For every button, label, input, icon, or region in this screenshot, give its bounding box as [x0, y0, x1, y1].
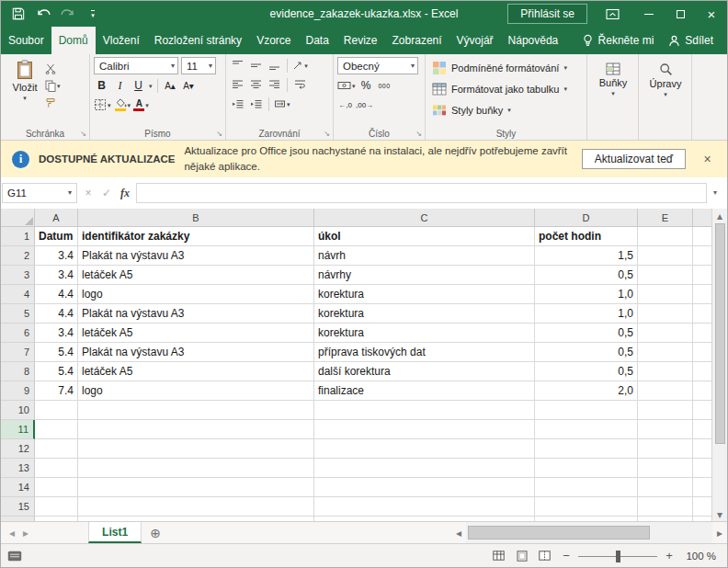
increase-decimal-button[interactable]: ←,0 — [337, 97, 353, 113]
cell-B9[interactable]: logo — [78, 381, 314, 401]
maximize-button[interactable] — [665, 1, 696, 27]
cell-C7[interactable]: příprava tiskových dat — [314, 343, 535, 362]
cell-fill-row-15[interactable] — [693, 497, 711, 517]
cell-D12[interactable] — [535, 439, 638, 459]
cell-B13[interactable] — [78, 459, 314, 478]
column-header-E[interactable]: E — [638, 209, 693, 227]
column-header-A[interactable]: A — [35, 209, 78, 227]
cell-D9[interactable]: 2,0 — [535, 381, 638, 401]
horizontal-scrollbar-track[interactable] — [466, 522, 712, 543]
normal-view-button[interactable] — [487, 544, 510, 567]
cell-C10[interactable] — [314, 401, 535, 420]
update-now-button[interactable]: Aktualizovat teď — [582, 149, 686, 169]
zoom-level[interactable]: 100 % — [679, 551, 727, 562]
cell-A9[interactable]: 7.4 — [35, 381, 78, 401]
cell-B10[interactable] — [78, 401, 314, 420]
cell-A8[interactable]: 5.4 — [35, 362, 78, 381]
cell-C6[interactable]: korektura — [314, 324, 535, 343]
format-as-table-button[interactable]: Formátovat jako tabulku ▾ — [429, 78, 584, 99]
cell-A3[interactable]: 3.4 — [35, 266, 78, 285]
dialog-launcher-icon[interactable]: ↘ — [324, 130, 330, 138]
font-color-button[interactable]: A ▾ — [133, 97, 149, 113]
merge-center-button[interactable]: ▾ — [274, 96, 290, 112]
align-middle-button[interactable] — [248, 57, 264, 74]
cell-E9[interactable] — [638, 381, 693, 401]
zoom-out-button[interactable]: − — [556, 549, 576, 562]
cell-B7[interactable]: Plakát na výstavu A3 — [78, 343, 314, 362]
cell-A2[interactable]: 3.4 — [35, 246, 78, 266]
cell-E10[interactable] — [638, 401, 693, 420]
scroll-right-icon[interactable]: ▸ — [712, 527, 727, 540]
tab-data[interactable]: Data — [298, 27, 336, 54]
tab-vyvojar[interactable]: Vývojář — [449, 27, 501, 54]
orientation-button[interactable]: ▾ — [292, 57, 308, 74]
decrease-indent-button[interactable] — [230, 96, 245, 112]
cancel-button[interactable]: × — [79, 184, 97, 202]
cell-A7[interactable]: 5.4 — [35, 343, 78, 362]
cell-A10[interactable] — [35, 401, 78, 420]
vertical-scrollbar-thumb[interactable] — [715, 223, 725, 444]
font-name-select[interactable]: Calibri ▾ — [94, 57, 178, 74]
redo-button[interactable] — [60, 6, 76, 22]
cell-A4[interactable]: 4.4 — [35, 285, 78, 304]
message-bar-close-button[interactable]: × — [695, 152, 720, 166]
row-header-13[interactable]: 13 — [1, 459, 35, 478]
cell-D4[interactable]: 1,0 — [535, 285, 638, 304]
cell-B15[interactable] — [78, 497, 314, 517]
cell-D7[interactable]: 0,5 — [535, 343, 638, 362]
cell-D15[interactable] — [535, 497, 638, 517]
number-format-select[interactable]: Obecný ▾ — [337, 57, 418, 74]
cell-A13[interactable] — [35, 459, 78, 478]
cell-E8[interactable] — [638, 362, 693, 381]
format-painter-button[interactable] — [45, 96, 61, 110]
cell-E13[interactable] — [638, 459, 693, 478]
row-header-15[interactable]: 15 — [1, 497, 35, 517]
cell-fill-row-11[interactable] — [693, 420, 711, 439]
cell-C11[interactable] — [314, 420, 535, 439]
vertical-scrollbar[interactable]: ▴ ▾ — [711, 209, 727, 521]
name-box[interactable]: G11 ▾ — [2, 183, 77, 203]
minimize-button[interactable] — [633, 1, 665, 27]
cell-fill-row-10[interactable] — [693, 401, 711, 420]
align-bottom-button[interactable] — [267, 57, 282, 74]
cell-D1[interactable]: počet hodin — [535, 227, 638, 246]
tab-domu[interactable]: Domů — [51, 27, 96, 54]
cell-C12[interactable] — [314, 439, 535, 459]
cell-E12[interactable] — [638, 439, 693, 459]
row-header-5[interactable]: 5 — [1, 304, 35, 324]
cell-C8[interactable]: další korektura — [314, 362, 535, 381]
cell-B1[interactable]: identifikátor zakázky — [78, 227, 314, 246]
row-header-4[interactable]: 4 — [1, 285, 35, 304]
cell-B8[interactable]: letáček A5 — [78, 362, 314, 381]
zoom-in-button[interactable]: + — [659, 549, 679, 562]
cell-E5[interactable] — [638, 304, 693, 324]
new-sheet-button[interactable]: ⊕ — [142, 522, 169, 543]
italic-button[interactable]: I — [112, 77, 128, 94]
increase-font-size-button[interactable]: A▴ — [163, 77, 178, 94]
row-header-12[interactable]: 12 — [1, 439, 35, 459]
cell-C5[interactable]: korektura — [314, 304, 535, 324]
cell-E15[interactable] — [638, 497, 693, 517]
cell-B11[interactable] — [78, 420, 314, 439]
cell-B6[interactable]: letáček A5 — [78, 324, 314, 343]
cell-D14[interactable] — [535, 478, 638, 497]
row-header-8[interactable]: 8 — [1, 362, 35, 381]
cell-D13[interactable] — [535, 459, 638, 478]
paste-button[interactable]: Vložit ▾ — [5, 57, 45, 110]
comma-format-button[interactable]: 000 — [377, 77, 392, 94]
insert-function-button[interactable]: fx — [116, 184, 134, 202]
share-button[interactable]: Sdílet — [662, 34, 720, 47]
next-sheet-button[interactable]: ▸ — [23, 527, 28, 540]
scroll-left-icon[interactable]: ◂ — [451, 527, 466, 540]
dialog-launcher-icon[interactable]: ↘ — [80, 130, 86, 138]
fill-color-button[interactable]: ▾ — [114, 97, 131, 113]
row-header-6[interactable]: 6 — [1, 324, 35, 343]
cell-C4[interactable]: korektura — [314, 285, 535, 304]
cell-C1[interactable]: úkol — [314, 227, 535, 246]
row-header-10[interactable]: 10 — [1, 401, 35, 420]
tab-soubor[interactable]: Soubor — [1, 27, 51, 54]
cell-E1[interactable] — [638, 227, 693, 246]
align-top-button[interactable] — [230, 57, 245, 74]
cell-E11[interactable] — [638, 420, 693, 439]
cell-A15[interactable] — [35, 497, 78, 517]
